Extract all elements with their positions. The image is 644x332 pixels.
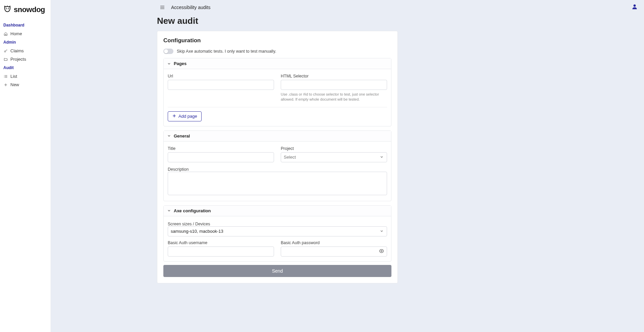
title-label: Title — [168, 146, 274, 151]
sidebar-item-new[interactable]: New — [0, 80, 51, 89]
chevron-down-icon — [167, 209, 171, 213]
plus-icon — [172, 114, 176, 119]
menu-toggle-icon[interactable] — [160, 5, 165, 10]
description-input[interactable] — [168, 172, 387, 195]
folder-icon — [3, 57, 8, 61]
topbar-title: Accessibility audits — [171, 5, 211, 10]
panel-axe-header[interactable]: Axe configuration — [164, 206, 391, 216]
project-label: Project — [281, 146, 387, 151]
user-menu-icon[interactable] — [631, 3, 638, 11]
nav-section-title-dashboard: Dashboard — [0, 21, 51, 30]
add-page-button[interactable]: Add page — [168, 111, 202, 121]
sidebar-item-home[interactable]: Home — [0, 30, 51, 38]
url-input[interactable] — [168, 80, 274, 90]
svg-point-7 — [4, 76, 4, 76]
nav-section-audit: Audit List New — [0, 63, 51, 89]
skip-axe-toggle-label: Skip Axe automatic tests. I only want to… — [177, 49, 276, 54]
description-label: Description — [168, 167, 189, 172]
selector-label: HTML Selector — [281, 74, 387, 78]
svg-point-0 — [6, 8, 6, 9]
brand-logo: snowdog — [0, 0, 51, 21]
config-card: Configuration Skip Axe automatic tests. … — [157, 31, 398, 283]
divider — [168, 107, 387, 107]
sidebar: snowdog Dashboard Home Admin Claims — [0, 0, 51, 332]
sidebar-item-label: Projects — [10, 57, 26, 62]
svg-point-6 — [4, 75, 4, 75]
topbar: Accessibility audits — [51, 0, 644, 14]
url-label: Url — [168, 74, 274, 78]
nav-section-admin: Admin Claims Projects — [0, 38, 51, 63]
page-title: New audit — [157, 16, 398, 26]
nav-section-dashboard: Dashboard Home — [0, 21, 51, 38]
config-heading: Configuration — [163, 37, 391, 44]
svg-point-14 — [634, 4, 636, 7]
devices-select[interactable] — [168, 226, 387, 236]
brand-icon — [3, 5, 11, 15]
basic-user-input[interactable] — [168, 246, 274, 257]
panel-pages-title: Pages — [174, 61, 186, 66]
panel-pages-header[interactable]: Pages — [164, 58, 391, 69]
key-icon — [3, 49, 8, 53]
sidebar-item-projects[interactable]: Projects — [0, 55, 51, 63]
panel-general-title: General — [174, 133, 190, 139]
panel-axe: Axe configuration Screen sizes / Devices — [163, 205, 391, 262]
send-label: Send — [272, 268, 283, 274]
sidebar-item-label: Claims — [10, 48, 24, 53]
sidebar-item-label: New — [10, 82, 19, 87]
nav-section-title-audit: Audit — [0, 63, 51, 72]
sidebar-item-list[interactable]: List — [0, 72, 51, 80]
panel-general-header[interactable]: General — [164, 131, 391, 142]
nav-section-title-admin: Admin — [0, 38, 51, 47]
project-select[interactable] — [281, 152, 387, 162]
selector-input[interactable] — [281, 80, 387, 90]
svg-point-2 — [4, 51, 6, 52]
svg-point-17 — [381, 250, 382, 252]
title-input[interactable] — [168, 152, 274, 162]
send-button[interactable]: Send — [163, 265, 391, 277]
plus-icon — [3, 82, 8, 87]
eye-icon[interactable] — [379, 248, 384, 255]
list-icon — [3, 74, 8, 78]
svg-point-8 — [4, 77, 4, 77]
basic-pass-input[interactable] — [281, 246, 387, 257]
sidebar-item-label: List — [10, 74, 17, 79]
add-page-label: Add page — [178, 114, 197, 119]
panel-axe-title: Axe configuration — [174, 208, 211, 213]
devices-label: Screen sizes / Devices — [168, 222, 210, 226]
skip-axe-toggle[interactable] — [163, 49, 173, 54]
main: Accessibility audits New audit Configura… — [51, 0, 644, 332]
basic-user-label: Basic Auth username — [168, 240, 274, 245]
chevron-down-icon — [167, 134, 171, 138]
basic-pass-label: Basic Auth password — [281, 240, 387, 245]
sidebar-item-label: Home — [10, 31, 22, 36]
brand-text: snowdog — [14, 5, 45, 14]
panel-general: General Title Project — [163, 130, 391, 201]
svg-point-1 — [8, 8, 8, 9]
sidebar-item-claims[interactable]: Claims — [0, 47, 51, 55]
home-icon — [3, 32, 8, 36]
selector-help: Use .class or #id to choose selector to … — [281, 92, 387, 102]
chevron-down-icon — [167, 62, 171, 66]
panel-pages: Pages Url HTML Selector Use .class or — [163, 58, 391, 126]
